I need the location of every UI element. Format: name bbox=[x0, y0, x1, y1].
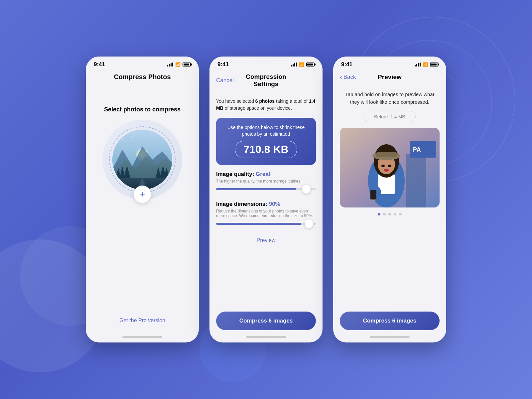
woman-image: PA bbox=[340, 128, 440, 207]
dot-3 bbox=[388, 213, 391, 215]
quality-section: Image quality: Great The higher the qual… bbox=[216, 171, 316, 195]
phones-container: 9:41 📶 Compress Photos Select photos to … bbox=[86, 57, 446, 342]
phone1-title: Compress Photos bbox=[114, 73, 171, 80]
wifi-icon-3: 📶 bbox=[423, 62, 428, 67]
signal-icon-2 bbox=[291, 63, 297, 66]
signal-icon-3 bbox=[415, 63, 421, 66]
battery-icon-1 bbox=[183, 63, 191, 66]
svg-point-16 bbox=[165, 143, 166, 143]
phone1-content: Select photos to compress bbox=[86, 86, 199, 333]
dot-5 bbox=[399, 213, 402, 215]
status-time-2: 9:41 bbox=[217, 61, 229, 68]
compress-banner: Use the options below to shrink these ph… bbox=[216, 118, 316, 165]
select-photos-label: Select photos to compress bbox=[104, 106, 181, 113]
pro-version-link[interactable]: Get the Pro version bbox=[119, 318, 165, 324]
dimensions-value: 90% bbox=[269, 201, 280, 207]
add-photos-button[interactable]: + bbox=[134, 186, 151, 203]
svg-rect-18 bbox=[406, 154, 426, 207]
back-label: Back bbox=[343, 74, 356, 80]
plus-icon: + bbox=[140, 190, 145, 199]
banner-size: 710.8 KB bbox=[235, 141, 297, 158]
quality-desc: The higher the quality, the more storage… bbox=[216, 179, 316, 184]
preview-image[interactable]: PA bbox=[340, 128, 440, 207]
phone2-bottom: Compress 6 images bbox=[209, 312, 323, 333]
svg-text:PA: PA bbox=[413, 146, 421, 153]
phone-3: 9:41 📶 ‹ Back Preview bbox=[333, 57, 446, 342]
dimensions-desc: Reduce the dimensions of your photos to … bbox=[216, 209, 316, 218]
dimensions-slider-thumb[interactable] bbox=[305, 219, 313, 228]
svg-point-14 bbox=[132, 136, 133, 137]
svg-point-30 bbox=[388, 165, 391, 167]
svg-rect-33 bbox=[370, 190, 376, 200]
quality-slider-thumb[interactable] bbox=[302, 185, 311, 194]
dots-indicator bbox=[378, 213, 402, 215]
battery-icon-3 bbox=[430, 63, 438, 66]
dimensions-section: Image dimensions: 90% Reduce the dimensi… bbox=[216, 201, 316, 228]
phone-1: 9:41 📶 Compress Photos Select photos to … bbox=[86, 57, 199, 342]
phone1-header: Compress Photos bbox=[86, 70, 199, 86]
wifi-icon-2: 📶 bbox=[299, 62, 304, 67]
preview-link[interactable]: Preview bbox=[216, 234, 316, 247]
selected-info: You have selected 6 photos taking a tota… bbox=[216, 98, 316, 112]
phone3-bottom: Compress 6 images bbox=[333, 312, 446, 333]
svg-rect-27 bbox=[376, 152, 397, 157]
preview-screen-title: Preview bbox=[365, 73, 415, 81]
dimensions-label: Image dimensions: 90% bbox=[216, 201, 316, 207]
status-time-1: 9:41 bbox=[94, 61, 105, 68]
status-bar-2: 9:41 📶 bbox=[209, 57, 323, 70]
back-chevron-icon: ‹ bbox=[340, 73, 342, 81]
preview-hint: Tap and hold on images to preview what t… bbox=[340, 91, 440, 106]
circle-area: + bbox=[102, 120, 182, 200]
dot-2 bbox=[383, 213, 386, 215]
svg-point-13 bbox=[122, 139, 123, 140]
photos-count: 6 photos bbox=[255, 98, 275, 104]
quality-label: Image quality: Great bbox=[216, 171, 316, 178]
home-indicator-3 bbox=[370, 336, 410, 338]
quality-slider[interactable] bbox=[216, 188, 316, 190]
phone3-content: Tap and hold on images to preview what t… bbox=[333, 85, 446, 312]
dot-1 bbox=[378, 213, 380, 215]
banner-text: Use the options below to shrink these ph… bbox=[223, 124, 309, 137]
cancel-button[interactable]: Cancel bbox=[216, 77, 241, 84]
quality-value: Great bbox=[256, 171, 270, 177]
status-bar-1: 9:41 📶 bbox=[86, 57, 199, 70]
compress-button-2[interactable]: Compress 6 images bbox=[216, 312, 316, 330]
compress-button-3[interactable]: Compress 6 images bbox=[340, 312, 440, 330]
before-badge: Before: 1.4 MB bbox=[364, 111, 415, 122]
status-time-3: 9:41 bbox=[341, 61, 352, 68]
landscape-svg bbox=[112, 130, 172, 190]
back-button[interactable]: ‹ Back bbox=[340, 73, 365, 81]
svg-point-29 bbox=[381, 165, 385, 167]
status-icons-2: 📶 bbox=[291, 62, 315, 67]
signal-icon-1 bbox=[167, 63, 173, 66]
svg-point-15 bbox=[159, 138, 160, 139]
settings-title: Compression Settings bbox=[241, 73, 291, 88]
wifi-icon-1: 📶 bbox=[175, 62, 181, 67]
dot-4 bbox=[394, 213, 396, 215]
status-bar-3: 9:41 📶 bbox=[333, 57, 446, 70]
landscape-image bbox=[112, 130, 172, 190]
phone-2: 9:41 📶 Cancel Compression Settings bbox=[209, 57, 323, 342]
home-indicator-1 bbox=[122, 336, 162, 338]
dimensions-slider[interactable] bbox=[216, 223, 316, 225]
battery-icon-2 bbox=[306, 63, 315, 66]
phone2-header: Cancel Compression Settings bbox=[209, 70, 323, 92]
status-icons-3: 📶 bbox=[415, 62, 438, 67]
status-icons-1: 📶 bbox=[167, 62, 191, 67]
svg-point-28 bbox=[384, 169, 389, 172]
home-indicator-2 bbox=[246, 336, 286, 338]
phone2-content: You have selected 6 photos taking a tota… bbox=[209, 92, 323, 312]
phone3-header: ‹ Back Preview bbox=[333, 70, 446, 85]
